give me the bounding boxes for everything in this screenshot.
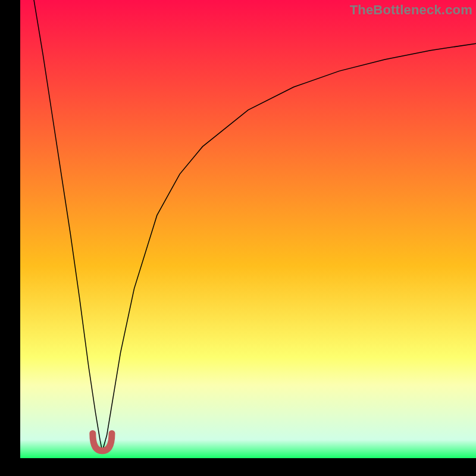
plot-area <box>20 0 476 458</box>
curve-left-branch <box>34 0 102 451</box>
chart-svg <box>20 0 476 458</box>
minimum-marker-u <box>93 433 112 450</box>
watermark-text: TheBottleneck.com <box>350 2 472 18</box>
curve-right-branch <box>102 43 476 451</box>
chart-frame: TheBottleneck.com <box>0 0 476 476</box>
